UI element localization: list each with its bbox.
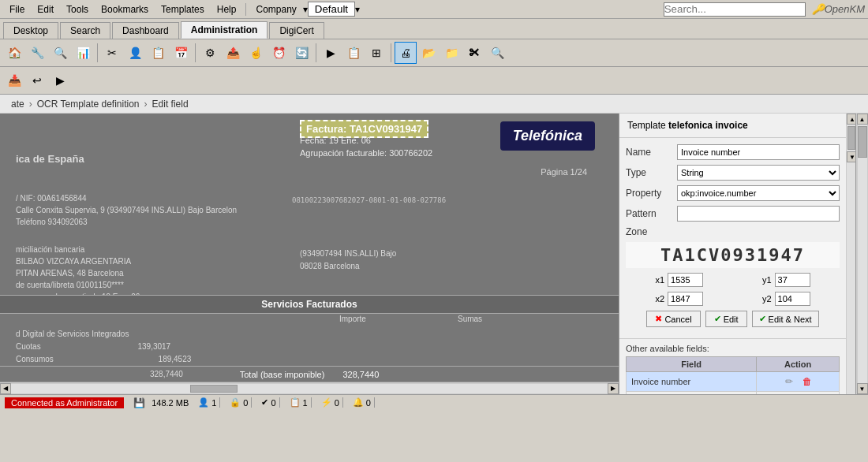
form-row-name: Name [626,144,840,160]
x1-label: x1 [655,275,664,285]
hscroll-right-arrow[interactable]: ▶ [608,383,619,394]
status-icon-5: ⚡ [321,397,332,408]
tb-export[interactable]: 📤 [222,42,244,64]
tb-clipboard[interactable]: 📋 [342,42,365,64]
toolbar-tabs: Desktop Search Dashboard Administration … [0,19,868,39]
domicil-line1: miciliación bancaria [16,244,140,255]
name-label: Name [626,147,677,158]
tb-run[interactable]: ▶ [49,69,71,91]
outer-scroll-thumb[interactable] [858,126,867,158]
field-edit-btn[interactable]: ✏ [781,374,797,389]
edit-next-button[interactable]: ✔ Edit & Next [752,311,819,327]
default-arrow: ▾ [355,4,360,15]
tb-folder-open[interactable]: 📂 [417,42,440,64]
edit-button[interactable]: ✔ Edit [705,311,747,327]
tb-print[interactable]: 🖨 [395,42,417,64]
x1-input[interactable] [668,273,703,287]
tb-pointer[interactable]: ☝ [245,42,267,64]
hscroll-left-arrow[interactable]: ◀ [0,383,11,394]
tab-desktop[interactable]: Desktop [3,22,58,39]
property-select[interactable]: okp:invoice.number [677,185,840,201]
y2-input[interactable] [775,292,810,306]
field-delete-btn[interactable]: 🗑 [799,374,815,389]
zone-label: Zone [626,226,677,237]
inv-importe: Importe [339,315,366,323]
y1-input[interactable] [775,273,810,287]
tb-zoom[interactable]: 🔍 [486,42,508,64]
y1-group: y1 [762,273,810,287]
tab-dashboard[interactable]: Dashboard [112,22,179,39]
menu-help[interactable]: Help [211,2,243,17]
tb-calendar[interactable]: 📅 [170,42,192,64]
type-select[interactable]: String Integer Date Float [677,165,840,181]
y2-group: y2 [762,292,810,306]
property-label: Property [626,188,677,199]
pattern-input[interactable] [677,206,840,222]
digital-consumos: Consumos 189,4523 [16,353,191,366]
menu-templates[interactable]: Templates [155,2,211,17]
status-item-1: 👤 1 [195,397,220,408]
cancel-button[interactable]: ✖ Cancel [646,311,700,327]
tb-download[interactable]: 📥 [3,69,25,91]
tb-settings[interactable]: ⚙ [199,42,221,64]
default-button[interactable]: Default [308,2,355,17]
right-panel-scroll: Template telefonica invoice Name Type St… [619,114,855,394]
field-total-actions: ✏ 🗑 [757,392,840,395]
tb-grid[interactable]: ⊞ [365,42,387,64]
breadcrumb-ocr[interactable]: OCR Template definition [32,99,144,110]
outer-scroll-down[interactable]: ▼ [857,383,868,394]
hscroll-track[interactable] [11,384,608,393]
panel-title: Template telefonica invoice [619,114,846,138]
inv-factura: Factura: TA1CV0931947 [300,123,428,135]
tb-cut[interactable]: ✂ [101,42,123,64]
edit-icon: ✔ [714,314,721,324]
panel-scrollbar[interactable]: ▲ ▼ [846,114,855,394]
menu-file[interactable]: File [3,2,31,17]
tb-scissors[interactable]: ✀ [463,42,485,64]
outer-scroll-track[interactable] [858,125,867,383]
status-icon-lock: 🔒 [230,397,241,408]
menu-tools[interactable]: Tools [60,2,95,17]
action-col-header: Action [757,357,840,372]
digital-cuotas: Cuotas 139,3017 [16,341,191,353]
tb-home[interactable]: 🏠 [3,42,25,64]
edit-next-icon: ✔ [759,314,766,324]
status-icon-check: ✔ [261,397,268,408]
tab-search[interactable]: Search [60,22,110,39]
search-input[interactable] [664,2,806,17]
tb-folder[interactable]: 📁 [440,42,462,64]
status-memory: 148.2 MB [152,398,189,408]
outer-scroll-up[interactable]: ▲ [857,114,868,125]
hscroll-thumb[interactable] [190,385,238,393]
status-connected: Connected as Administrator [5,397,124,408]
tb-refresh[interactable]: 🔄 [290,42,312,64]
outer-scrollbar[interactable]: ▲ ▼ [855,114,868,394]
tb-tools[interactable]: 🔧 [26,42,48,64]
panel-scroll-thumb[interactable] [847,126,855,150]
tb-user[interactable]: 👤 [124,42,146,64]
menu-edit[interactable]: Edit [31,2,60,17]
x2-input[interactable] [668,292,703,306]
tb-play[interactable]: ▶ [320,42,342,64]
menu-bookmarks[interactable]: Bookmarks [95,2,155,17]
tab-administration[interactable]: Administration [181,21,268,39]
status-item-6: 🔔 0 [350,397,375,408]
breadcrumb-edit-field[interactable]: Edit field [148,99,193,110]
y1-label: y1 [762,275,772,285]
tb-clock[interactable]: ⏰ [268,42,290,64]
panel-scroll-down[interactable]: ▼ [847,151,855,162]
panel-scroll-up[interactable]: ▲ [847,114,855,125]
breadcrumb-ate[interactable]: ate [6,99,29,110]
inv-fecha: Fecha: 19 Ene. 06 [300,136,371,145]
tb-chart[interactable]: 📊 [72,42,94,64]
tb-tasks[interactable]: 📋 [147,42,169,64]
tb-search[interactable]: 🔍 [49,42,71,64]
document-viewer: ica de España Factura: TA1CV0931947 Fech… [0,114,619,394]
menu-company[interactable]: Company [249,2,302,17]
inv-page: Página 1/24 [541,167,587,177]
tab-digicert[interactable]: DigiCert [269,22,324,39]
nif-line3: Teléfono 934092063 [16,216,237,228]
name-input[interactable] [677,144,840,160]
tb-undo[interactable]: ↩ [26,69,48,91]
horizontal-scrollbar[interactable]: ◀ ▶ [0,382,619,394]
